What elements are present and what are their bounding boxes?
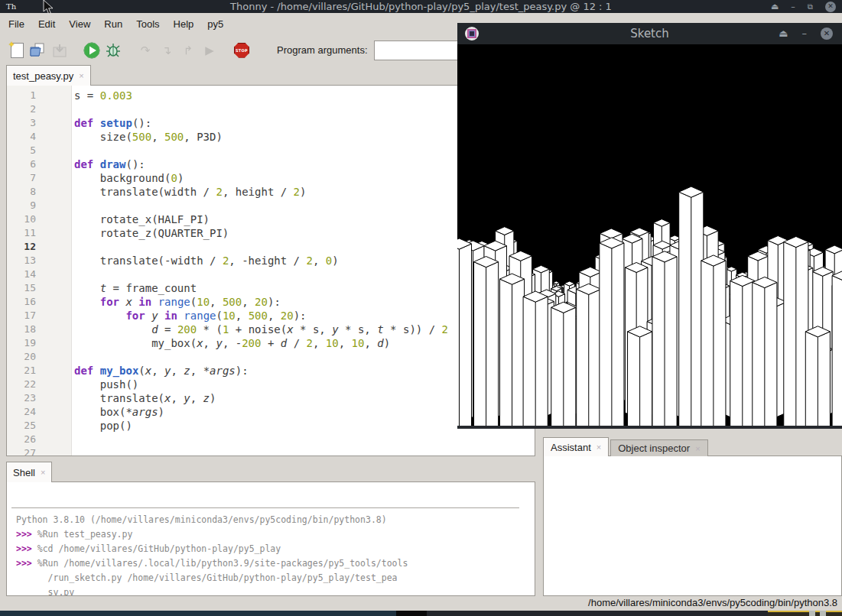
run-button[interactable] [83,41,101,60]
menu-run[interactable]: Run [97,13,129,36]
code-line[interactable]: 22 push() [7,378,535,391]
code-text: d = 200 * (1 + noise(x * s, y * s, t * s… [74,323,448,336]
menu-file[interactable]: File [2,13,31,36]
code-line[interactable]: 16 for x in range(10, 500, 20): [7,295,535,309]
shell-line: sy.py [16,585,519,596]
menu-tools[interactable]: Tools [129,13,166,36]
line-number: 3 [7,116,36,130]
code-line[interactable]: 15 t = frame_count [7,281,535,295]
line-number: 10 [7,212,36,226]
eject-button[interactable]: ⏏ [771,0,779,13]
code-line[interactable]: 13 translate(-width / 2, -height / 2, 0) [7,254,535,267]
debug-button[interactable] [104,41,122,60]
menu-help[interactable]: Help [167,13,201,36]
tab-object-inspector[interactable]: Object inspector× [610,439,707,456]
line-number: 26 [7,433,36,446]
line-number: 27 [7,446,36,456]
py5-sketch-icon [465,27,479,41]
new-file-button[interactable]: ✦ [8,41,26,60]
code-text: rotate_x(HALF_PI) [74,212,210,226]
code-line[interactable]: 26 [7,433,535,446]
sketch-window[interactable]: Sketch ⏏–✕ [457,23,842,429]
shell-line: >>> %Run test_peasy.py [16,527,519,542]
line-number: 24 [7,405,36,419]
code-line[interactable]: 9 [7,199,535,212]
tab-close-icon[interactable]: × [597,443,601,452]
code-line[interactable]: 27 [7,446,535,456]
code-line[interactable]: 1s = 0.003 [7,89,535,102]
code-line[interactable]: 18 d = 200 * (1 + noise(x * s, y * s, t … [7,323,535,336]
resume-button[interactable]: ▶ [200,41,219,60]
line-number: 11 [7,226,36,240]
thonny-app-icon: Th [0,2,22,11]
code-line[interactable]: 24 box(*args) [7,405,535,419]
sketch-titlebar[interactable]: Sketch ⏏–✕ [457,23,842,44]
editor-lines: 1s = 0.00323def setup():4 size(500, 500,… [7,89,535,456]
minimize-button[interactable]: – [791,0,795,13]
line-number: 20 [7,350,36,364]
tab-assistant[interactable]: Assistant× [543,437,609,456]
code-line[interactable]: 19 my_box(x, y, -200 + d / 2, 10, 10, d) [7,336,535,350]
open-file-button[interactable] [29,41,47,60]
shell-tab-label: Shell [13,467,35,478]
tab-shell[interactable]: Shell × [6,462,52,482]
code-line[interactable]: 12 [7,240,535,254]
code-line[interactable]: 11 rotate_z(QUARTER_PI) [7,226,535,240]
shell-line [16,498,519,513]
shell-line: /run_sketch.py /home/villares/GitHub/pyt… [16,571,519,585]
line-number: 7 [7,171,36,185]
code-line[interactable]: 20 [7,350,535,364]
code-text: def my_box(x, y, z, *args): [74,364,249,378]
code-line[interactable]: 10 rotate_x(HALF_PI) [7,212,535,226]
tab-close-icon[interactable]: × [79,71,83,80]
code-line[interactable]: 7 background(0) [7,171,535,185]
code-text: s = 0.003 [74,89,132,102]
minimize-button[interactable]: – [802,23,808,44]
close-button[interactable]: ✕ [821,28,833,40]
save-button[interactable] [50,41,69,60]
code-line[interactable]: 4 size(500, 500, P3D) [7,130,535,144]
new-file-icon: ✦ [11,43,24,58]
shell-panel[interactable]: Python 3.8.10 (/home/villares/miniconda3… [6,481,535,596]
stop-button[interactable]: STOP [232,41,251,60]
code-line[interactable]: 21def my_box(x, y, z, *args): [7,364,535,378]
line-number: 18 [7,323,36,336]
step-into-icon: ↴ [162,44,172,57]
code-text: box(*args) [74,405,164,419]
tab-close-icon[interactable]: × [695,444,700,453]
code-line[interactable]: 23 translate(x, y, z) [7,391,535,405]
code-line[interactable]: 3def setup(): [7,116,535,130]
close-button[interactable]: ✕ [825,2,836,12]
step-over-button[interactable]: ↷ [136,41,154,60]
code-line[interactable]: 25 pop() [7,419,535,433]
menu-view[interactable]: View [62,13,97,36]
restore-button[interactable]: ⧉ [808,0,813,13]
step-out-icon: ↱ [184,44,193,57]
line-number: 1 [7,89,36,102]
shell-tab-close-icon[interactable]: × [41,468,45,477]
code-line[interactable]: 8 translate(width / 2, height / 2) [7,185,535,199]
code-line[interactable]: 14 [7,267,535,281]
line-number: 12 [7,240,36,254]
code-text: translate(width / 2, height / 2) [74,185,306,199]
menu-py5[interactable]: py5 [200,13,230,36]
tab-test-peasy[interactable]: test_peasy.py × [6,65,91,86]
sketch-canvas[interactable] [457,44,842,426]
assistant-panel[interactable] [543,456,842,596]
step-out-button[interactable]: ↱ [179,41,197,60]
taskbar-strip[interactable] [0,611,842,616]
code-line[interactable]: 17 for y in range(10, 500, 20): [7,309,535,323]
code-line[interactable]: 2 [7,102,535,116]
code-text: t = frame_count [74,281,197,295]
step-into-button[interactable]: ↴ [158,41,176,60]
line-number: 17 [7,309,36,323]
shell-line: >>> %Run /home/villares/.local/lib/pytho… [16,556,519,571]
sketch-window-border [457,426,842,429]
line-number: 2 [7,102,36,116]
code-line[interactable]: 5 [7,144,535,157]
code-text: my_box(x, y, -200 + d / 2, 10, 10, d) [74,336,390,350]
code-line[interactable]: 6def draw(): [7,157,535,171]
code-editor[interactable]: 1s = 0.00323def setup():4 size(500, 500,… [6,85,535,456]
menu-edit[interactable]: Edit [31,13,62,36]
eject-button[interactable]: ⏏ [779,23,788,44]
